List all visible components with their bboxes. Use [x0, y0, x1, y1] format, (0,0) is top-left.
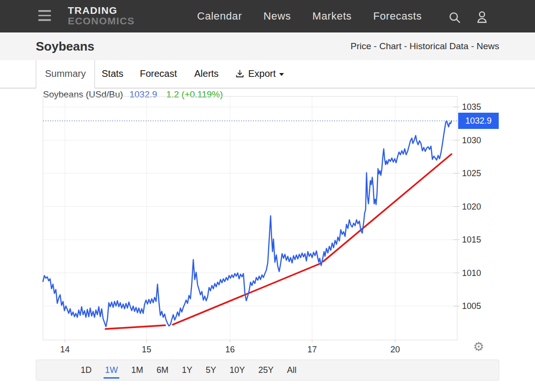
y-axis-label: 1020	[462, 202, 481, 212]
range-5y[interactable]: 5Y	[206, 360, 216, 381]
price-chart[interactable]: 10351030102510201015101010051415161720	[0, 0, 535, 392]
y-axis-label: 1015	[462, 235, 481, 244]
page: TRADING ECONOMICS Calendar News Markets …	[0, 0, 535, 392]
chart-settings-gear-icon[interactable]: ⚙	[472, 339, 486, 354]
range-selector: 1D 1W 1M 6M 1Y 5Y 10Y 25Y All	[36, 360, 499, 381]
x-axis-label: 20	[390, 345, 400, 354]
price-series-line	[43, 121, 451, 327]
x-axis-label: 17	[307, 345, 317, 354]
y-axis-label: 1030	[462, 136, 481, 145]
y-axis-label: 1025	[462, 169, 481, 178]
y-axis-label: 1010	[462, 268, 481, 278]
range-all[interactable]: All	[287, 360, 296, 381]
range-10y[interactable]: 10Y	[230, 360, 245, 381]
trendline-segment	[323, 154, 451, 262]
x-axis-label: 14	[60, 345, 70, 354]
range-6m[interactable]: 6M	[157, 360, 168, 381]
range-1w[interactable]: 1W	[105, 360, 118, 381]
range-1y[interactable]: 1Y	[182, 360, 192, 381]
x-axis-label: 16	[225, 345, 235, 354]
last-price-label: 1032.9	[458, 113, 499, 129]
range-25y[interactable]: 25Y	[258, 360, 273, 381]
x-axis-label: 15	[142, 345, 151, 354]
range-1d[interactable]: 1D	[81, 360, 92, 381]
trendline-segment	[105, 325, 165, 329]
y-axis-label: 1005	[462, 301, 481, 311]
range-1m[interactable]: 1M	[131, 360, 143, 381]
y-axis-label: 1035	[462, 102, 481, 112]
